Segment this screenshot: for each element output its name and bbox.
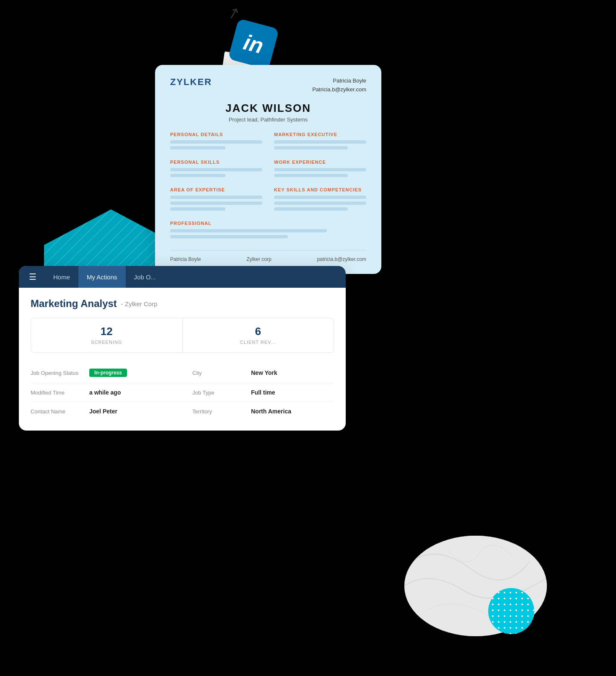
crm-detail-city: City New York bbox=[182, 363, 334, 383]
crm-navbar: ☰ Home My Actions Job O... bbox=[19, 266, 346, 288]
crm-label-contact-name: Contact Name bbox=[31, 408, 89, 415]
linkedin-in-text: in bbox=[241, 31, 266, 57]
resume-line bbox=[170, 140, 262, 144]
resume-section-work-experience: WORK EXPERIENCE bbox=[274, 160, 366, 180]
resume-footer-company: Zylker corp bbox=[246, 256, 271, 262]
resume-section-area-expertise: AREA OF EXPERTISE bbox=[170, 187, 262, 213]
resume-footer-email: patricia.b@zylker.com bbox=[317, 256, 366, 262]
resume-sections-grid: PERSONAL DETAILS MARKETING EXECUTIVE PER… bbox=[170, 132, 366, 241]
section-title-area-expertise: AREA OF EXPERTISE bbox=[170, 187, 262, 192]
resume-candidate-title: Project lead, Pathfinder Systems bbox=[170, 116, 366, 123]
section-title-professional: PROFESSIONAL bbox=[170, 221, 366, 226]
resume-section-marketing-executive: MARKETING EXECUTIVE bbox=[274, 132, 366, 152]
resume-contact-email: Patricia.b@zylker.com bbox=[312, 85, 366, 94]
dots-pattern bbox=[488, 588, 534, 634]
resume-line bbox=[170, 201, 262, 205]
resume-section-personal-details: PERSONAL DETAILS bbox=[170, 132, 262, 152]
section-title-work-exp: WORK EXPERIENCE bbox=[274, 160, 366, 165]
crm-card: ☰ Home My Actions Job O... Marketing Ana… bbox=[19, 266, 346, 431]
crm-label-job-status: Job Opening Status bbox=[31, 370, 89, 376]
crm-job-company: - Zylker Corp bbox=[121, 300, 158, 307]
resume-card: ZYLKER Patricia Boyle Patricia.b@zylker.… bbox=[155, 65, 381, 274]
resume-line bbox=[274, 174, 348, 177]
resume-candidate-name: JACK WILSON bbox=[170, 102, 366, 115]
resume-section-key-skills: KEY SKILLS AND COMPETENCIES bbox=[274, 187, 366, 213]
crm-label-territory: Territory bbox=[192, 408, 251, 415]
resume-line bbox=[170, 229, 327, 232]
crm-job-title-row: Marketing Analyst - Zylker Corp bbox=[31, 298, 334, 310]
section-title-personal-skills: PERSONAL SKILLS bbox=[170, 160, 262, 165]
section-title-marketing-exec: MARKETING EXECUTIVE bbox=[274, 132, 366, 137]
resume-line bbox=[170, 196, 262, 199]
resume-section-personal-skills: PERSONAL SKILLS bbox=[170, 160, 262, 180]
resume-line bbox=[170, 146, 225, 150]
crm-stat-num-client: 6 bbox=[191, 325, 326, 338]
resume-line bbox=[274, 196, 366, 199]
resume-footer-name: Patricia Boyle bbox=[170, 256, 201, 262]
crm-detail-modified-time: Modified Time a while ago bbox=[31, 383, 182, 402]
crm-label-city: City bbox=[192, 370, 251, 376]
crm-stat-num-screening: 12 bbox=[39, 325, 174, 338]
nav-item-home[interactable]: Home bbox=[45, 266, 78, 288]
crm-stats-row: 12 SCREENING 6 CLIENT REV... bbox=[31, 318, 334, 353]
crm-value-city: New York bbox=[251, 369, 277, 376]
crm-label-job-type: Job Type bbox=[192, 390, 251, 396]
dotted-circle-decoration bbox=[488, 588, 534, 634]
resume-contact: Patricia Boyle Patricia.b@zylker.com bbox=[312, 77, 366, 94]
section-title-personal-details: PERSONAL DETAILS bbox=[170, 132, 262, 137]
crm-value-modified-time: a while ago bbox=[89, 389, 121, 396]
crm-stat-label-client: CLIENT REV... bbox=[240, 340, 276, 345]
status-badge-inprogress: In-progress bbox=[89, 369, 127, 377]
nav-item-my-actions[interactable]: My Actions bbox=[78, 266, 126, 288]
crm-detail-job-type: Job Type Full time bbox=[182, 383, 334, 402]
crm-stat-label-screening: SCREENING bbox=[91, 340, 122, 345]
resume-contact-name: Patricia Boyle bbox=[312, 77, 366, 85]
crm-label-modified-time: Modified Time bbox=[31, 390, 89, 396]
crm-stat-screening: 12 SCREENING bbox=[31, 318, 183, 352]
crm-detail-contact-name: Contact Name Joel Peter bbox=[31, 402, 182, 421]
crm-value-contact-name: Joel Peter bbox=[89, 408, 117, 415]
resume-line bbox=[170, 235, 288, 238]
resume-line bbox=[274, 140, 366, 144]
resume-line bbox=[170, 168, 262, 171]
crm-detail-territory: Territory North America bbox=[182, 402, 334, 421]
crm-value-job-type: Full time bbox=[251, 389, 275, 396]
resume-line bbox=[274, 146, 348, 150]
resume-line bbox=[274, 207, 348, 211]
resume-line bbox=[170, 207, 225, 211]
resume-section-professional: PROFESSIONAL bbox=[170, 221, 366, 241]
nav-item-job-openings[interactable]: Job O... bbox=[126, 266, 165, 288]
resume-header: ZYLKER Patricia Boyle Patricia.b@zylker.… bbox=[170, 77, 366, 94]
hamburger-icon[interactable]: ☰ bbox=[29, 272, 36, 282]
crm-detail-job-status: Job Opening Status In-progress bbox=[31, 363, 182, 383]
resume-company: ZYLKER bbox=[170, 77, 212, 88]
resume-footer: Patricia Boyle Zylker corp patricia.b@zy… bbox=[170, 250, 366, 262]
crm-job-title: Marketing Analyst bbox=[31, 298, 117, 310]
resume-line bbox=[274, 168, 366, 171]
crm-details-grid: Job Opening Status In-progress City New … bbox=[31, 363, 334, 421]
arrow-icon: ↗ bbox=[225, 3, 242, 23]
crm-stat-client-review: 6 CLIENT REV... bbox=[183, 318, 334, 352]
resume-line bbox=[170, 174, 225, 177]
crm-body: Marketing Analyst - Zylker Corp 12 SCREE… bbox=[19, 288, 346, 431]
resume-line bbox=[274, 201, 366, 205]
section-title-key-skills: KEY SKILLS AND COMPETENCIES bbox=[274, 187, 366, 192]
crm-value-territory: North America bbox=[251, 408, 291, 415]
